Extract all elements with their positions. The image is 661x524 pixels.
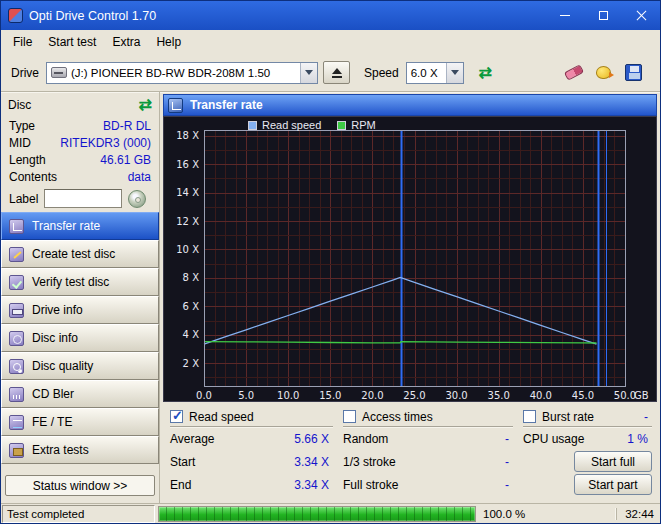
- cd-bler-icon: [9, 387, 24, 402]
- speed-select[interactable]: 6.0 X: [406, 62, 464, 84]
- cpu-usage-value: 1 %: [627, 432, 652, 446]
- start-part-button[interactable]: Start part: [574, 474, 652, 495]
- svg-text:GB: GB: [634, 390, 649, 401]
- svg-text:10 X: 10 X: [176, 244, 199, 255]
- nav-item-disc-info[interactable]: Disc info: [1, 324, 159, 352]
- disc-label-caption: Label: [9, 192, 38, 206]
- read-speed-header: Read speed: [189, 410, 254, 424]
- access-times-column: Access times Random - 1/3 stroke - Full …: [343, 409, 513, 496]
- disc-quality-icon: [9, 359, 24, 374]
- chevron-down-icon[interactable]: [446, 63, 463, 83]
- window-title: Opti Drive Control 1.70: [29, 9, 156, 23]
- maximize-icon: [599, 11, 608, 20]
- transfer-rate-icon: [9, 219, 24, 234]
- average-row: Average 5.66 X: [170, 427, 333, 450]
- refresh-speeds-button[interactable]: ⇄: [472, 61, 499, 85]
- svg-text:16 X: 16 X: [176, 159, 199, 170]
- disc-length-value: 46.61 GB: [100, 153, 151, 167]
- disc-field-length: Length 46.61 GB: [1, 151, 159, 168]
- rpm-legend-swatch: [337, 121, 346, 130]
- nav-item-cd-bler[interactable]: CD Bler: [1, 380, 159, 408]
- start-full-button[interactable]: Start full: [574, 451, 652, 472]
- end-value: 3.34 X: [294, 478, 333, 492]
- app-icon: [8, 8, 23, 23]
- elapsed-time: 32:44: [616, 508, 654, 520]
- eraser-icon: [563, 64, 583, 80]
- drive-select[interactable]: (J:) PIONEER BD-RW BDR-208M 1.50: [46, 62, 318, 84]
- disc-label-icon-button[interactable]: [128, 190, 146, 208]
- content-area: Disc ⇄ Type BD-R DL MID RITEKDR3 (000) L…: [1, 92, 660, 503]
- read-speed-legend-item: Read speed: [248, 119, 321, 131]
- disc-panel-header: Disc ⇄: [1, 92, 159, 117]
- svg-text:2 X: 2 X: [183, 358, 200, 369]
- disc-label-input[interactable]: [44, 189, 122, 208]
- toolbar: Drive (J:) PIONEER BD-RW BDR-208M 1.50 S…: [1, 54, 660, 92]
- third-stroke-row: 1/3 stroke -: [343, 450, 513, 473]
- erase-disc-button[interactable]: [560, 61, 587, 85]
- eject-button[interactable]: [323, 61, 350, 84]
- close-button[interactable]: [622, 1, 660, 30]
- minimize-button[interactable]: [546, 1, 584, 30]
- svg-text:25.0: 25.0: [403, 390, 425, 401]
- create-test-disc-icon: [9, 247, 24, 262]
- full-stroke-value: -: [505, 478, 513, 492]
- cpu-usage-row: CPU usage 1 %: [523, 427, 652, 450]
- menu-file[interactable]: File: [5, 32, 40, 52]
- svg-text:5.0: 5.0: [238, 390, 254, 401]
- sidebar: Disc ⇄ Type BD-R DL MID RITEKDR3 (000) L…: [1, 92, 160, 503]
- disc-field-mid: MID RITEKDR3 (000): [1, 134, 159, 151]
- tools-button[interactable]: [590, 61, 617, 85]
- disc-mid-value: RITEKDR3 (000): [60, 136, 151, 150]
- refresh-disc-icon[interactable]: ⇄: [139, 97, 152, 113]
- access-times-checkbox[interactable]: [343, 410, 356, 423]
- progress-percent: 100.0 %: [483, 508, 525, 520]
- svg-text:15.0: 15.0: [319, 390, 341, 401]
- random-row: Random -: [343, 427, 513, 450]
- status-window-button[interactable]: Status window >>: [5, 475, 155, 496]
- window-controls: [546, 1, 660, 30]
- fe-te-icon: [9, 415, 24, 430]
- svg-text:50.0: 50.0: [614, 390, 636, 401]
- nav-item-extra-tests[interactable]: Extra tests: [1, 436, 159, 464]
- transfer-rate-chart-panel: Read speedRPM 2 X4 X6 X8 X10 X12 X14 X16…: [163, 116, 657, 402]
- read-speed-column: Read speed Average 5.66 X Start 3.34 X E…: [170, 409, 333, 496]
- nav-item-fe-te[interactable]: FE / TE: [1, 408, 159, 436]
- transfer-rate-chart: 2 X4 X6 X8 X10 X12 X14 X16 X18 X0.05.010…: [164, 117, 657, 401]
- disc-panel-title: Disc: [8, 98, 139, 112]
- nav-item-drive-info[interactable]: Drive info: [1, 296, 159, 324]
- menu-help[interactable]: Help: [148, 32, 189, 52]
- save-results-button[interactable]: [620, 61, 647, 85]
- stats-panel: Read speed Average 5.66 X Start 3.34 X E…: [160, 402, 660, 503]
- access-times-header: Access times: [362, 410, 433, 424]
- page-title-bar: Transfer rate: [163, 94, 657, 116]
- disc-field-contents: Contents data: [1, 168, 159, 185]
- disc-type-value: BD-R DL: [103, 119, 151, 133]
- nav-item-disc-quality[interactable]: Disc quality: [1, 352, 159, 380]
- burst-rate-checkbox[interactable]: [523, 410, 536, 423]
- eject-icon: [332, 68, 342, 74]
- menu-start-test[interactable]: Start test: [40, 32, 104, 52]
- menu-extra[interactable]: Extra: [104, 32, 148, 52]
- maximize-button[interactable]: [584, 1, 622, 30]
- progress-fill: [159, 507, 475, 521]
- drive-icon: [51, 67, 67, 78]
- transfer-rate-header-icon: [168, 98, 183, 113]
- disc-contents-link[interactable]: data: [128, 170, 151, 184]
- full-stroke-row: Full stroke -: [343, 473, 513, 496]
- status-text: Test completed: [2, 505, 155, 523]
- read-speed-legend-swatch: [248, 121, 257, 130]
- chevron-down-icon[interactable]: [300, 63, 317, 83]
- drive-select-value: (J:) PIONEER BD-RW BDR-208M 1.50: [67, 67, 300, 79]
- save-icon: [625, 64, 642, 81]
- burst-rate-header: Burst rate: [542, 410, 594, 424]
- nav-item-verify-test-disc[interactable]: Verify test disc: [1, 268, 159, 296]
- burst-rate-column: Burst rate - CPU usage 1 % Start full St…: [523, 409, 652, 496]
- main-area: Transfer rate Read speedRPM 2 X4 X6 X8 X…: [160, 92, 660, 503]
- svg-text:8 X: 8 X: [183, 272, 200, 283]
- statusbar: Test completed 100.0 % 32:44: [1, 503, 660, 523]
- svg-text:12 X: 12 X: [176, 216, 199, 227]
- nav-item-transfer-rate[interactable]: Transfer rate: [1, 212, 159, 240]
- read-speed-checkbox[interactable]: [170, 410, 183, 423]
- nav-item-create-test-disc[interactable]: Create test disc: [1, 240, 159, 268]
- svg-text:35.0: 35.0: [488, 390, 510, 401]
